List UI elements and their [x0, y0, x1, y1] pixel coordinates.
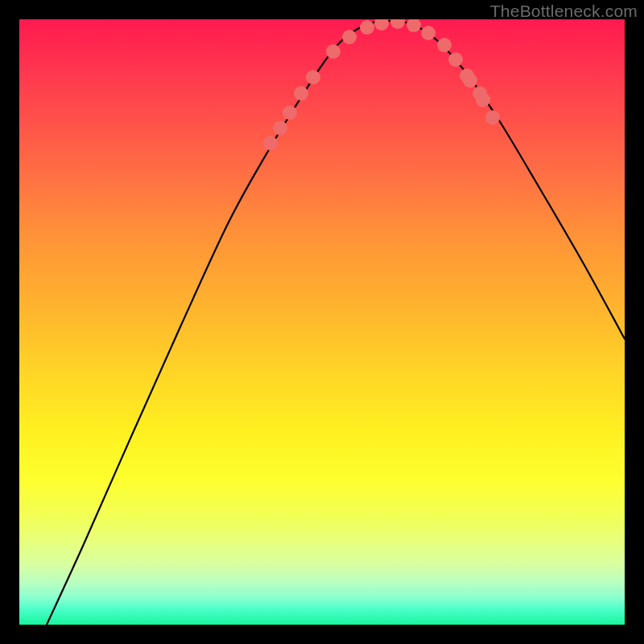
marker-dot [448, 52, 463, 67]
chart-stage: TheBottleneck.com [0, 0, 644, 644]
marker-dot [390, 19, 405, 29]
marker-dot [273, 121, 287, 135]
watermark-text: TheBottleneck.com [490, 2, 638, 21]
marker-dot [360, 20, 374, 35]
marker-dot [326, 44, 341, 59]
chart-svg [19, 19, 625, 625]
marker-dot [306, 70, 320, 85]
marker-dot [407, 19, 421, 32]
marker-dot [476, 93, 490, 107]
marker-dot [485, 110, 500, 125]
marker-dot [374, 19, 389, 31]
marker-dot [463, 73, 477, 88]
marker-dot [437, 38, 452, 52]
marker-dot [342, 30, 357, 44]
marker-dots [263, 19, 500, 151]
bottleneck-curve [47, 21, 625, 625]
marker-dot [283, 105, 297, 120]
plot-area [19, 19, 625, 625]
marker-dot [263, 136, 278, 151]
marker-dot [421, 26, 436, 40]
marker-dot [294, 86, 308, 101]
